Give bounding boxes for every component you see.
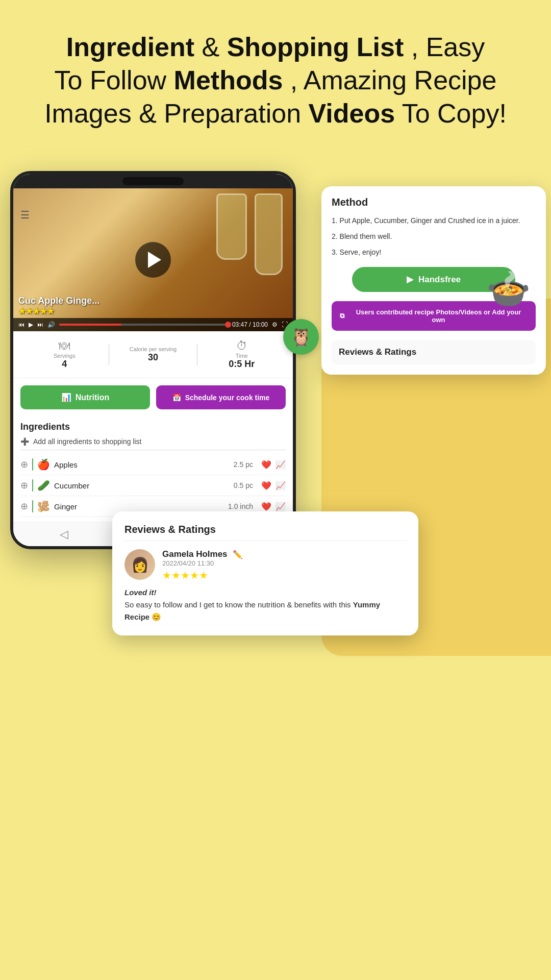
video-area[interactable]: ☰ Cuc Apple Ginge... ★★★★★ ⏮ ▶ ⏭ 🔊: [13, 188, 293, 331]
copy-icon: ⧉: [340, 312, 344, 320]
volume-icon[interactable]: 🔊: [47, 321, 55, 328]
reviews-card: Reviews & Ratings 👩 Gamela Holmes ✏️ 202…: [112, 511, 418, 635]
servings-label: Servings: [54, 353, 76, 359]
calorie-value: 30: [148, 352, 158, 363]
ing-plus-1[interactable]: ⊕: [20, 459, 28, 470]
method-step-3: 3. Serve, enjoy!: [332, 247, 536, 258]
add-all-label: Add all ingredients to shopping list: [33, 437, 141, 446]
video-title-overlay: Cuc Apple Ginge... ★★★★★: [18, 296, 99, 316]
ing-divider-2: [32, 479, 33, 492]
ginger-chart-icon[interactable]: 📈: [276, 502, 286, 511]
review-emoji: 😊: [152, 612, 161, 621]
handsfree-label: Handsfree: [418, 275, 461, 285]
hero-easy: , Easy: [411, 32, 485, 62]
phone-notch: [13, 174, 293, 188]
reviewer-name: Gamela Holmes: [162, 549, 228, 559]
servings-value: 4: [62, 359, 67, 370]
skip-forward-icon[interactable]: ⏭: [37, 321, 43, 328]
time-stat: ⏱ Time 0:5 Hr: [197, 339, 286, 370]
phone-area: 🍲 🦉 ☰ Cuc Apple Ginge... ★★★★★: [0, 156, 551, 615]
review-body: So easy to follow and I get to know the …: [124, 600, 351, 609]
time-value: 0:5 Hr: [229, 359, 255, 370]
action-buttons: 📊 Nutrition 📅 Schedule your cook time: [13, 378, 293, 416]
cucumber-name: Cucumber: [54, 481, 230, 490]
nutrition-label: Nutrition: [76, 393, 110, 402]
method-title: Method: [332, 197, 536, 208]
progress-fill: [59, 324, 121, 326]
hero-videos: Videos: [309, 99, 395, 128]
video-title: Cuc Apple Ginge...: [18, 296, 99, 306]
add-all-icon: ➕: [20, 437, 29, 446]
ingredients-section: Ingredients ➕ Add all ingredients to sho…: [13, 416, 293, 522]
apple-icon: 🍎: [37, 458, 50, 471]
ginger-heart-icon[interactable]: ❤️: [261, 502, 271, 511]
play-circle-icon: ▶: [407, 274, 413, 285]
schedule-label: Schedule your cook time: [185, 394, 270, 402]
cooking-pot-illustration: 🍲: [486, 268, 531, 310]
ingredient-row-cucumber[interactable]: ⊕ 🥒 Cucumber 0.5 pc ❤️ 📈: [20, 475, 286, 496]
stats-row: 🍽 Servings 4 Calorie per serving 30 ⏱ Ti…: [13, 331, 293, 378]
skip-back-icon[interactable]: ⏮: [18, 321, 24, 328]
play-icon[interactable]: ▶: [29, 321, 33, 328]
ginger-icon: 🫚: [37, 500, 50, 512]
schedule-button[interactable]: 📅 Schedule your cook time: [156, 385, 286, 409]
progress-dot: [225, 322, 231, 328]
review-text: Loved it! So easy to follow and I get to…: [124, 586, 406, 623]
reviewer-date: 2022/04/20 11:30: [162, 559, 243, 567]
reviews-card-title: Reviews & Ratings: [124, 524, 406, 541]
glass-1: [216, 193, 247, 260]
hamburger-icon[interactable]: ☰: [20, 209, 30, 221]
servings-icon: 🍽: [59, 339, 70, 353]
phone-main: ☰ Cuc Apple Ginge... ★★★★★ ⏮ ▶ ⏭ 🔊: [10, 171, 296, 549]
calorie-stat: Calorie per serving 30: [109, 346, 197, 363]
reviewer-info: Gamela Holmes ✏️ 2022/04/20 11:30 ★★★★★: [162, 549, 243, 581]
cucumber-heart-icon[interactable]: ❤️: [261, 481, 271, 491]
ing-plus-2[interactable]: ⊕: [20, 480, 28, 491]
apple-chart-icon[interactable]: 📈: [276, 460, 286, 470]
hero-shopping-list: Shopping List: [227, 32, 404, 62]
cucumber-icon: 🥒: [37, 479, 50, 492]
hero-to-follow: To Follow: [55, 65, 174, 95]
add-all-row[interactable]: ➕ Add all ingredients to shopping list: [20, 437, 286, 450]
cucumber-chart-icon[interactable]: 📈: [276, 481, 286, 491]
apple-name: Apples: [54, 460, 230, 469]
ing-divider-3: [32, 500, 33, 512]
video-stars: ★★★★★: [18, 306, 99, 316]
hero-images: Images & Preparation: [44, 99, 308, 128]
contribute-label: Users contributed recipe Photos/Videos o…: [349, 308, 528, 324]
review-headline: Loved it!: [124, 588, 157, 597]
hero-line1-ingredient: Ingredient: [66, 32, 194, 62]
ingredient-row-apples[interactable]: ⊕ 🍎 Apples 2.5 pc ❤️ 📈: [20, 454, 286, 475]
reviewer-avatar: 👩: [124, 549, 155, 580]
nutrition-button[interactable]: 📊 Nutrition: [20, 385, 150, 409]
timestamp: 03:47 / 10:00: [232, 321, 268, 328]
hero-ampersand: &: [202, 32, 227, 62]
progress-bar[interactable]: [59, 324, 228, 326]
apple-heart-icon[interactable]: ❤️: [261, 460, 271, 470]
ing-plus-3[interactable]: ⊕: [20, 501, 28, 512]
settings-icon[interactable]: ⚙: [272, 321, 278, 328]
glass-2: [255, 193, 283, 275]
reviewer-row: 👩 Gamela Holmes ✏️ 2022/04/20 11:30 ★★★★…: [124, 549, 406, 581]
calorie-label: Calorie per serving: [130, 346, 177, 352]
ginger-name: Ginger: [54, 502, 224, 511]
video-controls[interactable]: ⏮ ▶ ⏭ 🔊 03:47 / 10:00 ⚙ ⛶: [13, 318, 293, 331]
hero-amazing: , Amazing Recipe: [290, 65, 497, 95]
cucumber-amount: 0.5 pc: [234, 481, 253, 489]
edit-icon[interactable]: ✏️: [233, 550, 243, 559]
time-icon: ⏱: [236, 339, 247, 353]
hero-methods: Methods: [174, 65, 283, 95]
apple-amount: 2.5 pc: [234, 460, 253, 469]
ginger-amount: 1.0 inch: [228, 502, 253, 510]
ingredients-title: Ingredients: [20, 422, 286, 432]
nutrition-icon: 📊: [61, 393, 71, 402]
reviews-peek-title: Reviews & Ratings: [339, 347, 529, 357]
reviewer-stars: ★★★★★: [162, 569, 243, 581]
owl-mascot: 🦉: [283, 319, 319, 355]
hero-to-copy: To Copy!: [402, 99, 507, 128]
notch-bar: [122, 177, 184, 185]
play-button[interactable]: [135, 242, 171, 278]
nav-back-button[interactable]: ◁: [60, 528, 68, 541]
time-label: Time: [236, 353, 248, 359]
servings-stat: 🍽 Servings 4: [20, 339, 109, 370]
